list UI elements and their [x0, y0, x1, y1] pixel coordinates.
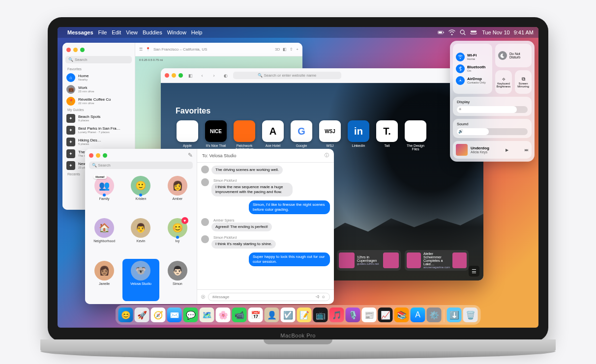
zoom-button[interactable] — [179, 73, 183, 78]
close-button[interactable] — [89, 153, 93, 158]
dock-podcasts[interactable]: 🎙️ — [346, 308, 360, 322]
sidebar-toggle-icon[interactable]: ☰ — [139, 47, 143, 52]
cc-screen-mirroring[interactable]: ⧉ Screen Mirroring — [515, 70, 532, 94]
dock-music[interactable]: 🎵 — [329, 308, 344, 322]
control-center-icon[interactable] — [470, 29, 477, 36]
forward-icon[interactable]: ⏭ — [525, 148, 529, 152]
sidebar-icon[interactable]: ◧ — [186, 71, 195, 80]
dock-preferences[interactable]: ⚙️ — [427, 308, 442, 322]
maps-guide-item[interactable]: ✦Beach Spots9 places — [62, 112, 135, 124]
dock-reminders[interactable]: ☑️ — [281, 308, 296, 322]
message-input[interactable]: iMessage ⏿ ☺ — [208, 293, 330, 301]
conversation-ivy[interactable]: 😊♥Ivy — [159, 216, 196, 258]
minimize-button[interactable] — [73, 48, 78, 52]
cc-wifi-toggle[interactable]: Wi-FiHome — [456, 53, 489, 61]
cc-display-slider[interactable]: ☀ — [457, 106, 528, 113]
conversation-family[interactable]: 👥Home!Family — [86, 174, 122, 216]
dock-notes[interactable]: 📝 — [297, 308, 312, 322]
dock-tv[interactable]: 📺 — [313, 308, 328, 322]
safari-recent-card[interactable]: Atelier Schwimmer Completes a Lake…azure… — [405, 250, 469, 271]
safari-favorite-wsj[interactable]: WSJWSJ — [318, 120, 342, 151]
menubar-time[interactable]: 9:41 AM — [514, 29, 534, 35]
apps-icon[interactable]: Ⓐ — [201, 294, 205, 300]
conversation-kevin[interactable]: 👨Kevin — [122, 216, 159, 258]
cc-sound-slider[interactable]: 🔊 — [457, 128, 528, 135]
safari-favorite-patchwork-architecture[interactable]: Patchwork Architecture — [233, 120, 256, 151]
dock-news[interactable]: 📰 — [362, 308, 377, 322]
safari-recent-card[interactable]: 12hrs in Copenhagenguides.12hrs.net — [337, 250, 401, 271]
info-icon[interactable]: ⓘ — [325, 152, 329, 159]
maps-search-input[interactable]: 🔍Search — [65, 56, 132, 63]
audio-icon[interactable]: ⏿ — [315, 295, 319, 299]
minimize-button[interactable] — [172, 73, 176, 78]
conversation-kristen[interactable]: 🙂Kristen — [122, 174, 159, 216]
safari-favorite-it-s-nice-that[interactable]: NICEIt's Nice That — [204, 120, 228, 151]
dock-facetime[interactable]: 📹 — [232, 308, 247, 322]
dock-safari[interactable]: 🧭 — [151, 308, 166, 322]
menu-file[interactable]: File — [98, 29, 107, 35]
dock-stocks[interactable]: 📈 — [378, 308, 393, 322]
dock-contacts[interactable]: 👤 — [265, 308, 279, 322]
cc-airdrop-toggle[interactable]: AirDropContacts Only — [456, 76, 489, 85]
battery-icon[interactable] — [438, 29, 445, 36]
safari-favorite-linkedin[interactable]: inLinkedIn — [347, 120, 370, 151]
dock-launchpad[interactable]: 🚀 — [135, 308, 149, 322]
start-page-settings-icon[interactable]: ☰ — [469, 266, 479, 277]
share-icon[interactable]: ⇧ — [290, 47, 293, 52]
play-icon[interactable]: ▶ — [506, 148, 508, 152]
safari-address-bar[interactable]: 🔍 Search or enter website name — [233, 72, 341, 79]
zoom-button[interactable] — [80, 48, 85, 52]
cc-now-playing[interactable]: UnderdogAlicia Keys ▶ ⏭ — [453, 141, 532, 159]
dock-appstore[interactable]: A — [411, 308, 425, 322]
menu-buddies[interactable]: Buddies — [143, 29, 162, 35]
close-button[interactable] — [165, 73, 169, 78]
cc-keyboard-brightness[interactable]: ⟡ Keyboard Brightness — [495, 70, 512, 94]
dock-books[interactable]: 📚 — [394, 308, 409, 322]
safari-favorite-ace-hotel[interactable]: AAce Hotel — [261, 120, 285, 151]
close-button[interactable] — [66, 48, 71, 52]
dock-finder[interactable]: 😊 — [119, 308, 133, 322]
menu-edit[interactable]: Edit — [112, 29, 121, 35]
dock-trash[interactable]: 🗑️ — [463, 308, 478, 322]
maps-favorite-item[interactable]: 💼Work23 min drive — [62, 84, 135, 95]
back-icon[interactable]: ‹ — [198, 71, 207, 80]
conversation-velosa-studio[interactable]: 🐨Velosa Studio — [122, 259, 159, 301]
emoji-icon[interactable]: ☺ — [322, 295, 326, 299]
dock-messages[interactable]: 💬 — [183, 308, 198, 322]
forward-icon[interactable]: › — [209, 71, 218, 80]
messages-search-input[interactable]: 🔍 Search — [89, 162, 193, 169]
menubar-date[interactable]: Tue Nov 10 — [482, 29, 509, 35]
minimize-button[interactable] — [96, 153, 100, 158]
wifi-icon[interactable] — [448, 29, 455, 36]
menu-window[interactable]: Window — [167, 29, 186, 35]
maps-guide-item[interactable]: ✦Best Parks in San Fra…Lonely Planet · 7… — [62, 124, 135, 136]
compose-icon[interactable]: ✎ — [188, 152, 193, 159]
maps-guide-item[interactable]: ✦Hiking Des…5 places — [62, 136, 135, 148]
thread-body[interactable]: The driving scenes are working well.Simo… — [197, 163, 334, 289]
view-mode-icon[interactable]: ◧ — [283, 47, 287, 52]
shield-icon[interactable]: ◐ — [221, 71, 230, 80]
cc-dnd-toggle[interactable]: Do Not Disturb — [495, 44, 532, 67]
conversation-janelle[interactable]: 👩🏽Janelle — [86, 259, 122, 301]
dock-calendar[interactable]: 📅 — [248, 308, 263, 322]
zoom-button[interactable] — [103, 153, 107, 158]
add-icon[interactable]: + — [296, 47, 298, 52]
dock-mail[interactable]: ✉️ — [167, 308, 182, 322]
conversation-amber[interactable]: 👩Amber — [159, 174, 196, 216]
search-icon[interactable] — [459, 29, 466, 36]
menubar-app-name[interactable]: Messages — [67, 29, 93, 35]
dock-maps[interactable]: 🗺️ — [200, 308, 214, 322]
safari-favorite-apple[interactable]: Apple — [176, 120, 199, 151]
conversation-neighborhood[interactable]: 🏠Neighborhood — [86, 216, 122, 258]
safari-favorite-the-design-files[interactable]: The Design Files — [404, 120, 427, 151]
view-3d-button[interactable]: 3D — [275, 47, 280, 52]
conversation-simon[interactable]: 👨🏻Simon — [159, 259, 196, 301]
safari-favorite-tait[interactable]: T.Tait — [375, 120, 399, 151]
maps-favorite-item[interactable]: ⌂HomeNearby — [62, 72, 135, 84]
dock-downloads[interactable]: ⬇️ — [447, 308, 462, 322]
menu-help[interactable]: Help — [191, 29, 203, 35]
dock-photos[interactable]: 🌸 — [216, 308, 231, 322]
menu-view[interactable]: View — [126, 29, 138, 35]
cc-bluetooth-toggle[interactable]: BluetoothOn — [456, 64, 489, 73]
maps-favorite-item[interactable]: 📍Réveille Coffee Co22 min drive — [62, 95, 135, 107]
